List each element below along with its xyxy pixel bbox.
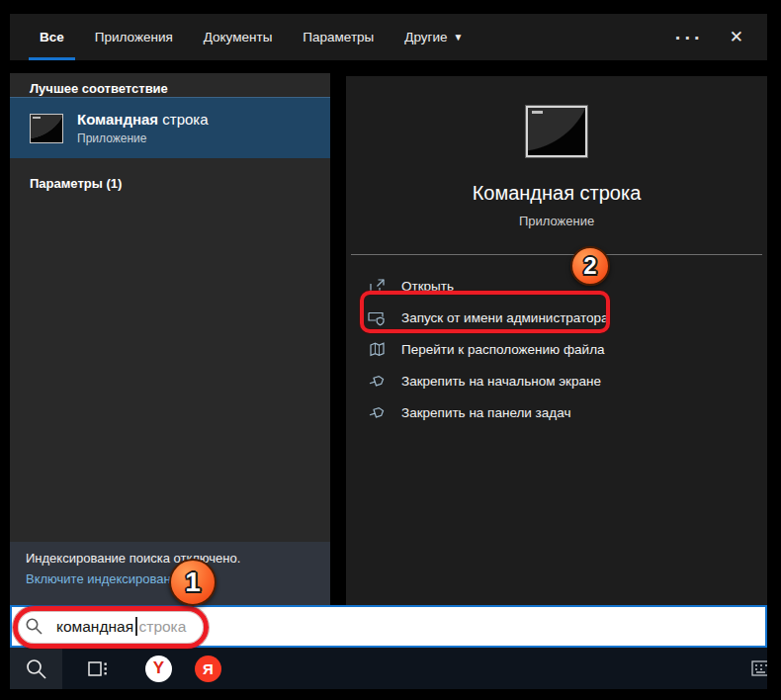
close-icon[interactable]: ✕ xyxy=(730,27,743,47)
pin-icon xyxy=(368,372,386,390)
action-pin-to-taskbar[interactable]: Закрепить на панели задач xyxy=(346,396,767,428)
tab-settings[interactable]: Параметры xyxy=(301,14,376,60)
task-view-button[interactable] xyxy=(75,648,121,689)
tab-more[interactable]: Другие ▼ xyxy=(402,14,465,60)
cmd-app-icon xyxy=(30,114,63,143)
best-match-text: Командная строка Приложение xyxy=(77,111,209,145)
tabbar-right-controls: ··· ✕ xyxy=(675,14,767,60)
tab-all-label: Все xyxy=(40,30,64,44)
more-options-icon[interactable]: ··· xyxy=(675,33,704,43)
params-section-header[interactable]: Параметры (1) xyxy=(10,168,330,192)
action-pin-to-start[interactable]: Закрепить на начальном экране xyxy=(346,365,767,396)
cmd-app-icon-large xyxy=(526,106,587,157)
file-location-icon xyxy=(368,340,386,358)
action-open-file-location[interactable]: Перейти к расположению файла xyxy=(346,333,767,365)
best-match-subtitle: Приложение xyxy=(77,131,209,145)
best-match-header: Лучшее соответствие xyxy=(10,73,330,97)
taskbar: Y Я xyxy=(10,648,767,689)
tab-all[interactable]: Все xyxy=(38,14,66,60)
action-pin-to-start-label: Закрепить на начальном экране xyxy=(401,374,601,389)
best-match-title-rest: строка xyxy=(162,111,208,128)
tab-documents-label: Документы xyxy=(204,30,273,44)
annotation-highlight-run-as-admin xyxy=(360,291,610,333)
task-view-icon xyxy=(88,660,108,677)
search-flyout-screen: Все Приложения Документы Параметры Други… xyxy=(0,0,781,700)
annotation-step-1-badge: 1 xyxy=(169,559,217,606)
taskbar-search-button[interactable] xyxy=(10,648,62,689)
results-panel: Лучшее соответствие Командная строка При… xyxy=(10,73,330,605)
tab-apps-label: Приложения xyxy=(95,30,173,44)
search-icon xyxy=(25,657,47,680)
chevron-down-icon: ▼ xyxy=(454,32,464,43)
annotation-step-2-badge: 2 xyxy=(570,246,610,286)
best-match-item[interactable]: Командная строка Приложение xyxy=(10,97,330,158)
preview-divider xyxy=(351,254,762,255)
yandex-browser-icon[interactable]: Y xyxy=(145,656,172,682)
tab-more-label: Другие xyxy=(404,30,447,44)
tab-apps[interactable]: Приложения xyxy=(93,14,175,60)
yandex-icon[interactable]: Я xyxy=(195,656,221,682)
preview-title: Командная строка xyxy=(473,182,642,205)
preview-panel: Командная строка Приложение Открыть xyxy=(346,76,767,605)
pin-icon xyxy=(368,403,386,421)
preview-subtitle: Приложение xyxy=(519,214,594,228)
action-pin-to-taskbar-label: Закрепить на панели задач xyxy=(401,405,570,420)
best-match-title: Командная строка xyxy=(77,111,209,128)
annotation-highlight-search xyxy=(13,606,209,649)
search-filter-tabbar: Все Приложения Документы Параметры Други… xyxy=(10,14,767,60)
best-match-title-bold: Командная xyxy=(77,111,158,128)
action-open-file-location-label: Перейти к расположению файла xyxy=(401,342,605,357)
tab-documents[interactable]: Документы xyxy=(202,14,275,60)
tab-settings-label: Параметры xyxy=(303,30,374,44)
keyboard-icon[interactable] xyxy=(751,658,767,682)
